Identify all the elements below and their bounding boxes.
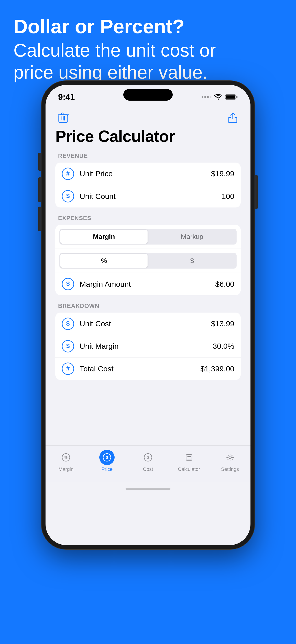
svg-point-30 bbox=[229, 456, 231, 459]
revenue-card: # Unit Price $19.99 $ bbox=[55, 162, 241, 208]
tab-cost-icon: $ bbox=[140, 450, 156, 465]
tab-price-label: Price bbox=[101, 466, 113, 472]
breakdown-card: $ Unit Cost $13.99 $ bbox=[55, 312, 241, 380]
svg-text:$: $ bbox=[66, 342, 70, 350]
dollar-option[interactable]: $ bbox=[148, 254, 236, 268]
unit-price-icon: # bbox=[62, 168, 74, 180]
battery-icon bbox=[225, 94, 238, 100]
tab-price[interactable]: $ Price bbox=[87, 450, 128, 472]
unit-margin-row[interactable]: $ Unit Margin 30.0% bbox=[55, 335, 241, 358]
home-indicator bbox=[45, 482, 251, 496]
app-promo-header: Dollar or Percent? Calculate the unit co… bbox=[0, 0, 296, 92]
tab-margin-icon: % bbox=[58, 450, 74, 465]
tab-settings[interactable]: Settings bbox=[209, 450, 251, 472]
tab-bar: % Margin $ Price bbox=[45, 446, 251, 482]
wifi-icon bbox=[214, 94, 222, 100]
unit-price-row[interactable]: # Unit Price $19.99 bbox=[55, 162, 241, 185]
margin-amount-label: Margin Amount bbox=[80, 280, 215, 288]
power-button bbox=[255, 175, 258, 209]
svg-text:$: $ bbox=[147, 456, 149, 460]
svg-text:#: # bbox=[66, 365, 70, 372]
dynamic-island bbox=[123, 89, 173, 100]
total-cost-icon: # bbox=[62, 362, 74, 375]
margin-amount-value: $6.00 bbox=[215, 280, 234, 288]
margin-amount-row[interactable]: $ Margin Amount $6.00 bbox=[55, 273, 241, 295]
tab-calculator-icon bbox=[181, 450, 197, 465]
revenue-section-label: REVENUE bbox=[55, 152, 241, 160]
status-bar: 9:41 bbox=[45, 85, 251, 103]
unit-cost-label: Unit Cost bbox=[80, 319, 211, 328]
margin-option[interactable]: Margin bbox=[60, 230, 148, 244]
unit-margin-label: Unit Margin bbox=[80, 342, 213, 350]
unit-count-row[interactable]: $ Unit Count 100 bbox=[55, 185, 241, 208]
svg-text:#: # bbox=[66, 170, 70, 177]
margin-markup-segment[interactable]: Margin Markup bbox=[59, 229, 237, 244]
tab-margin-label: Margin bbox=[59, 466, 74, 472]
volume-down-button bbox=[38, 206, 41, 231]
unit-cost-icon: $ bbox=[62, 318, 74, 330]
percent-dollar-segment-row: % $ bbox=[55, 249, 241, 273]
svg-text:$: $ bbox=[66, 280, 70, 287]
top-bar bbox=[55, 105, 241, 128]
svg-rect-26 bbox=[186, 454, 192, 460]
margin-markup-segment-row: Margin Markup bbox=[55, 225, 241, 249]
page-title: Price Calculator bbox=[55, 128, 241, 145]
percent-option[interactable]: % bbox=[60, 254, 148, 268]
percent-dollar-segment[interactable]: % $ bbox=[59, 253, 237, 268]
svg-rect-2 bbox=[236, 96, 237, 98]
signal-icon bbox=[202, 96, 211, 98]
status-icons bbox=[202, 94, 238, 100]
promo-title-regular: Calculate the unit cost orprice using ei… bbox=[13, 39, 283, 84]
phone-mockup: 9:41 bbox=[41, 81, 255, 549]
unit-price-label: Unit Price bbox=[80, 169, 211, 178]
tab-settings-icon bbox=[222, 450, 238, 465]
share-button[interactable] bbox=[225, 110, 241, 125]
expenses-card: Margin Markup % $ bbox=[55, 225, 241, 295]
svg-text:$: $ bbox=[66, 192, 70, 200]
tab-cost-label: Cost bbox=[143, 466, 153, 472]
expenses-section-label: EXPENSES bbox=[55, 215, 241, 222]
svg-text:%: % bbox=[64, 456, 67, 460]
breakdown-section-label: BREAKDOWN bbox=[55, 302, 241, 310]
svg-text:$: $ bbox=[106, 456, 108, 460]
svg-rect-1 bbox=[226, 96, 235, 98]
volume-up-button bbox=[38, 178, 41, 202]
total-cost-value: $1,399.00 bbox=[200, 364, 234, 373]
margin-amount-icon: $ bbox=[62, 278, 74, 290]
app-content: Price Calculator REVENUE # bbox=[45, 103, 251, 446]
tab-margin[interactable]: % Margin bbox=[45, 450, 87, 472]
delete-button[interactable] bbox=[55, 110, 71, 125]
tab-cost[interactable]: $ Cost bbox=[128, 450, 169, 472]
tab-settings-label: Settings bbox=[221, 466, 239, 472]
unit-margin-value: 30.0% bbox=[213, 342, 234, 350]
tab-calculator[interactable]: Calculator bbox=[168, 450, 209, 472]
svg-text:$: $ bbox=[66, 320, 70, 327]
unit-cost-value: $13.99 bbox=[211, 319, 234, 328]
promo-title-bold: Dollar or Percent? bbox=[13, 16, 283, 38]
markup-option[interactable]: Markup bbox=[148, 230, 236, 244]
tab-price-icon: $ bbox=[99, 450, 115, 465]
unit-cost-row[interactable]: $ Unit Cost $13.99 bbox=[55, 312, 241, 335]
home-bar bbox=[126, 488, 170, 490]
unit-price-value: $19.99 bbox=[211, 169, 234, 178]
total-cost-label: Total Cost bbox=[80, 364, 200, 373]
phone-screen: 9:41 bbox=[45, 85, 251, 545]
unit-count-label: Unit Count bbox=[80, 192, 222, 201]
total-cost-row[interactable]: # Total Cost $1,399.00 bbox=[55, 358, 241, 380]
unit-margin-icon: $ bbox=[62, 340, 74, 352]
status-time: 9:41 bbox=[58, 92, 75, 102]
unit-count-icon: $ bbox=[62, 190, 74, 202]
tab-calculator-label: Calculator bbox=[178, 466, 200, 472]
unit-count-value: 100 bbox=[222, 192, 234, 201]
